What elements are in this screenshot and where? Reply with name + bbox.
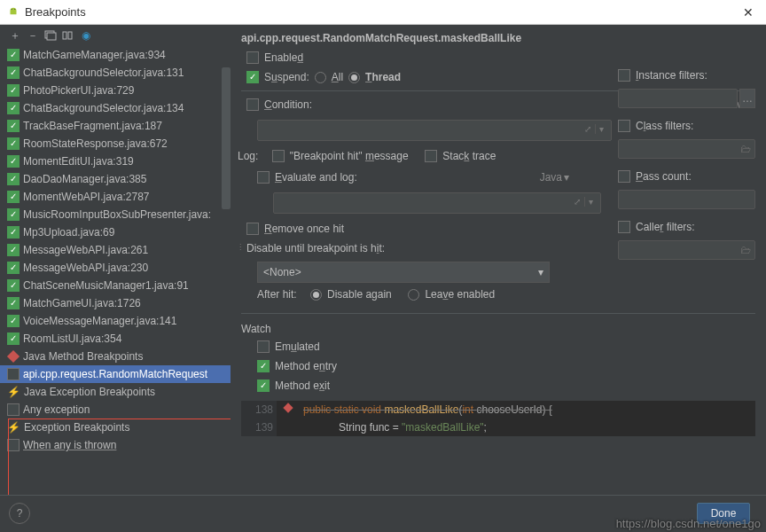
instance-checkbox[interactable] — [618, 69, 630, 82]
breadcrumb: api.cpp.request.RandomMatchRequest.maske… — [241, 32, 755, 44]
method-entry-checkbox[interactable] — [257, 360, 270, 372]
tree-item-selected[interactable]: api.cpp.request.RandomMatchRequest — [0, 365, 231, 383]
checkbox[interactable] — [7, 403, 20, 416]
help-button[interactable]: ? — [9, 503, 30, 524]
stack-checkbox[interactable] — [425, 150, 437, 162]
tree-item[interactable]: Mp3Upload.java:69 — [0, 223, 231, 241]
checkbox[interactable] — [7, 49, 20, 61]
close-icon[interactable]: ✕ — [738, 4, 759, 21]
caller-input[interactable]: 🗁 — [618, 240, 755, 260]
tree-item[interactable]: TrackBaseFragment.java:187 — [0, 117, 231, 135]
tree-item[interactable]: DaoDaoManager.java:385 — [0, 170, 231, 188]
tree-item[interactable]: When any is thrown — [0, 436, 231, 454]
checkbox[interactable] — [7, 102, 20, 114]
scrollbar[interactable] — [222, 67, 231, 209]
tree-item[interactable]: MusicRoomInputBoxSubPresenter.java: — [0, 206, 231, 223]
eval-checkbox[interactable] — [257, 171, 270, 184]
tree-item[interactable]: RoomListUI.java:354 — [0, 330, 231, 348]
svg-rect-3 — [47, 33, 56, 40]
dropdown-icon[interactable]: ▾ — [584, 197, 597, 207]
group-by-file-icon[interactable] — [43, 27, 59, 43]
emulated-checkbox[interactable] — [257, 340, 270, 353]
checkbox[interactable] — [7, 315, 20, 327]
checkbox[interactable] — [7, 262, 20, 274]
checkbox[interactable] — [7, 66, 20, 79]
tree-item[interactable]: MatchGameUI.java:1726 — [0, 294, 231, 312]
group-by-class-icon[interactable] — [60, 27, 76, 43]
tree-item[interactable]: ChatBackgroundSelector.java:134 — [0, 99, 231, 117]
condition-checkbox[interactable] — [246, 98, 259, 111]
add-icon[interactable]: ＋ — [7, 27, 23, 43]
enabled-checkbox[interactable] — [246, 51, 259, 64]
condition-input[interactable]: ⤢▾ — [257, 120, 612, 141]
caller-checkbox[interactable] — [618, 221, 630, 233]
tree-item[interactable]: MessageWebAPI.java:230 — [0, 259, 231, 277]
checkbox[interactable] — [7, 191, 20, 203]
checkbox[interactable] — [7, 439, 20, 451]
watch-label: Watch — [241, 323, 755, 335]
log-hit-checkbox[interactable] — [272, 150, 285, 162]
leave-enabled-radio[interactable] — [408, 289, 419, 301]
tree-item[interactable]: MomentWebAPI.java:2787 — [0, 188, 231, 206]
dropdown-icon[interactable]: ▾ — [595, 124, 607, 134]
tree-toolbar: ＋ － ◉ — [0, 25, 231, 46]
pass-input[interactable] — [618, 190, 755, 209]
checkbox[interactable] — [7, 244, 20, 256]
view-icon[interactable]: ◉ — [78, 27, 94, 43]
checkbox[interactable] — [7, 155, 20, 168]
checkbox[interactable] — [7, 84, 20, 97]
eval-input[interactable]: ⤢▾ — [273, 192, 601, 214]
tree-item[interactable]: MessageWebAPI.java:261 — [0, 241, 231, 259]
checkbox[interactable] — [7, 226, 20, 239]
checkbox[interactable] — [7, 368, 20, 380]
android-icon — [7, 6, 20, 19]
checkbox[interactable] — [7, 120, 20, 132]
tree-category[interactable]: ⚡Exception Breakpoints — [0, 419, 231, 436]
svg-point-1 — [14, 8, 15, 9]
disable-again-radio[interactable] — [310, 289, 322, 301]
tree-item[interactable]: ChatSceneMusicManager1.java:91 — [0, 277, 231, 294]
checkbox[interactable] — [7, 332, 20, 345]
expand-icon[interactable]: ⤢ — [584, 124, 591, 134]
expand-icon[interactable]: ⤢ — [574, 197, 581, 207]
folder-icon[interactable]: 🗁 — [740, 143, 751, 155]
suspend-checkbox[interactable] — [246, 71, 259, 83]
tree-item[interactable]: RoomStateResponse.java:672 — [0, 135, 231, 153]
tree-item[interactable]: PhotoPickerUI.java:729 — [0, 82, 231, 99]
tree-category[interactable]: ⚡Java Exception Breakpoints — [0, 383, 231, 401]
checkbox[interactable] — [7, 279, 20, 292]
chevron-down-icon: ▾ — [538, 266, 543, 278]
ellipsis-button[interactable]: … — [739, 89, 755, 108]
log-label: Log: — [238, 150, 258, 162]
diamond-icon — [7, 350, 20, 363]
tree-item[interactable]: ChatBackgroundSelector.java:131 — [0, 64, 231, 82]
remove-icon[interactable]: － — [25, 27, 41, 43]
method-exit-checkbox[interactable] — [257, 379, 270, 392]
class-checkbox[interactable] — [618, 120, 630, 132]
checkbox[interactable] — [7, 208, 20, 221]
tree-item[interactable]: VoiceMessageManager.java:141 — [0, 312, 231, 330]
instance-input[interactable] — [618, 89, 738, 108]
tree-category[interactable]: Java Method Breakpoints — [0, 348, 231, 365]
pass-checkbox[interactable] — [618, 170, 630, 183]
tree-item[interactable]: MomentEditUI.java:319 — [0, 153, 231, 170]
checkbox[interactable] — [7, 297, 20, 309]
suspend-all-radio[interactable] — [315, 72, 326, 83]
watermark: https://blog.csdn.net/one1go — [616, 517, 761, 530]
svg-point-0 — [12, 8, 12, 9]
svg-rect-5 — [68, 32, 72, 39]
window-title: Breakpoints — [25, 5, 86, 19]
remove-checkbox[interactable] — [246, 223, 259, 235]
disable-until-combo[interactable]: <None>▾ — [257, 262, 550, 283]
tree-item[interactable]: MatchGameManager.java:934 — [0, 46, 231, 64]
suspend-thread-radio[interactable] — [348, 72, 360, 83]
tree-item[interactable]: Any exception — [0, 401, 231, 419]
class-input[interactable]: 🗁 — [618, 139, 755, 159]
checkbox[interactable] — [7, 173, 20, 185]
lang-dropdown[interactable]: Java▾ — [525, 169, 569, 185]
checkbox[interactable] — [7, 137, 20, 150]
code-preview: 138139 public static void maskedBallLike… — [241, 401, 755, 436]
breakpoint-tree[interactable]: MatchGameManager.java:934 ChatBackground… — [0, 46, 231, 495]
breakpoints-tree-panel: ＋ － ◉ MatchGameManager.java:934 ChatBack… — [0, 25, 231, 495]
folder-icon[interactable]: 🗁 — [740, 244, 751, 256]
